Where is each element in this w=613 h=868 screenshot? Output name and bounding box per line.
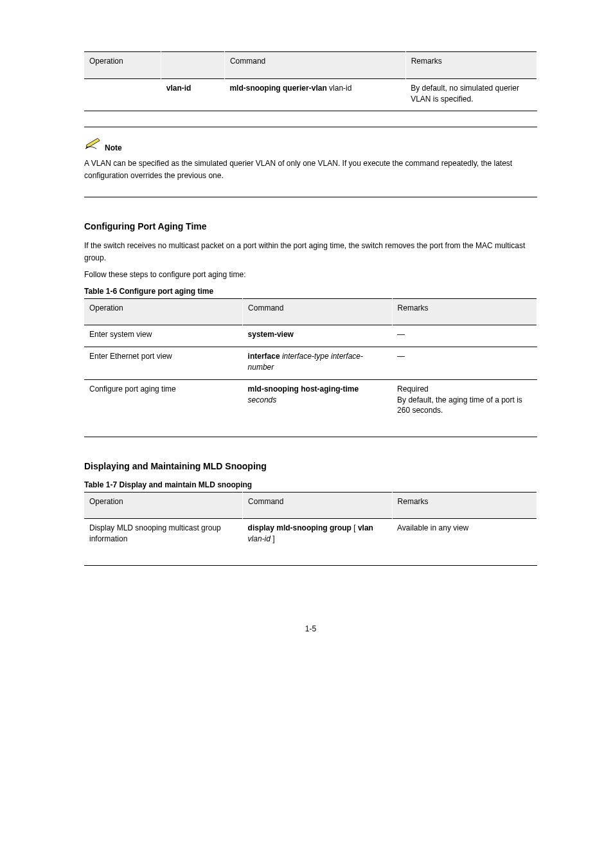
table1-header-operation: Operation — [84, 52, 161, 79]
note-label: Note — [105, 143, 122, 154]
table-1-7: Operation Command Remarks Display MLD sn… — [84, 492, 537, 566]
divider — [84, 197, 537, 197]
t16-r1c0: Enter Ethernet port view — [84, 347, 243, 380]
note-block: Note A VLAN can be specified as the simu… — [84, 135, 537, 181]
table-row: Configure port aging time mld-snooping h… — [84, 379, 537, 437]
t16-r2c1: mld-snooping host-aging-time seconds — [243, 379, 392, 437]
table-continuation: Operation Command Remarks vlan-id mld-sn… — [84, 51, 537, 111]
t16-r0c0: Enter system view — [84, 325, 243, 347]
t17-h2: Remarks — [392, 492, 537, 519]
t16-r1c2: — — [392, 347, 537, 380]
table1-cell-1: vlan-id — [161, 78, 225, 111]
divider — [84, 127, 537, 127]
section1-p1: If the switch receives no multicast pack… — [84, 240, 537, 264]
table1-header-command: Command — [224, 52, 405, 79]
t17-h0: Operation — [84, 492, 243, 519]
table-row: Display MLD snooping multicast group inf… — [84, 519, 537, 566]
section1-p2: Follow these steps to configure port agi… — [84, 269, 537, 281]
table1-header-remarks: Remarks — [405, 52, 537, 79]
table1-cell-0 — [84, 78, 161, 111]
table-row: Enter Ethernet port view interface inter… — [84, 347, 537, 380]
table1-cell-3: By default, no simulated querier VLAN is… — [405, 78, 537, 111]
t16-r2c2: RequiredBy default, the aging time of a … — [392, 379, 537, 437]
page-number: 1-5 — [84, 624, 537, 635]
table-row: vlan-id mld-snooping querier-vlan vlan-i… — [84, 78, 537, 111]
t17-r0c0: Display MLD snooping multicast group inf… — [84, 519, 243, 566]
table-1-6: Operation Command Remarks Enter system v… — [84, 298, 537, 438]
t16-h2: Remarks — [392, 298, 537, 325]
table1-cell-2: mld-snooping querier-vlan vlan-id — [224, 78, 405, 111]
note-icon — [84, 135, 102, 154]
t17-h1: Command — [243, 492, 392, 519]
t16-r0c2: — — [392, 325, 537, 347]
t16-r0c1: system-view — [243, 325, 392, 347]
t16-h0: Operation — [84, 298, 243, 325]
table1-6-caption: Table 1-6 Configure port aging time — [84, 286, 537, 297]
note-text: A VLAN can be specified as the simulated… — [84, 158, 537, 181]
section-title-port-aging: Configuring Port Aging Time — [84, 221, 537, 233]
t16-h1: Command — [243, 298, 392, 325]
t16-r2c0: Configure port aging time — [84, 379, 243, 437]
table1-7-caption: Table 1-7 Display and maintain MLD snoop… — [84, 480, 537, 491]
table-row: Enter system view system-view — — [84, 325, 537, 347]
t16-r1c1: interface interface-type interface-numbe… — [243, 347, 392, 380]
table1-header-blank — [161, 52, 225, 79]
section-title-display: Displaying and Maintaining MLD Snooping — [84, 460, 537, 473]
t17-r0c1: display mld-snooping group [ vlan vlan-i… — [243, 519, 392, 566]
t17-r0c2: Available in any view — [392, 519, 537, 566]
